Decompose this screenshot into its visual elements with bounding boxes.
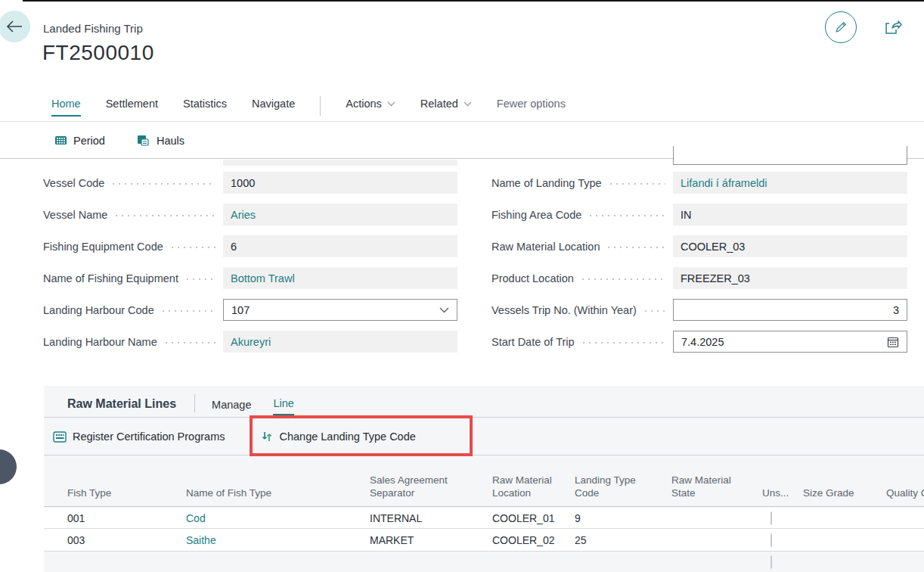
fishing-equipment-name-link[interactable]: Bottom Trawl (223, 267, 457, 289)
unsorted-checkbox[interactable] (771, 511, 772, 525)
arrow-left-icon (6, 20, 23, 33)
change-landing-type-code-button[interactable]: Change Landing Type Code (261, 431, 415, 443)
cell-fish-type[interactable]: 001 (67, 512, 186, 524)
product-location-value: FREEZER_03 (673, 267, 907, 289)
cell-sales-agreement[interactable]: INTERNAL (370, 512, 492, 524)
share-button[interactable] (882, 17, 903, 38)
table-row[interactable]: 001 Cod INTERNAL COOLER_01 9 (44, 508, 924, 529)
tab-navigate[interactable]: Navigate (252, 98, 295, 115)
ribbon: Period Hauls (54, 134, 184, 147)
tab-settlement[interactable]: Settlement (106, 98, 158, 115)
fewer-options-button[interactable]: Fewer options (497, 98, 566, 110)
cutoff-field-left (223, 160, 457, 166)
field-vessels-trip-no: Vessels Trip No. (Within Year) 3 (491, 299, 907, 321)
cell-landing-type-code[interactable]: 9 (575, 512, 671, 524)
dotted-leader (163, 331, 215, 353)
related-menu[interactable]: Related (420, 98, 472, 110)
field-label: Fishing Area Code (491, 209, 581, 221)
table-row[interactable]: 003 Saithe MARKET COOLER_02 25 (44, 529, 924, 552)
vessel-name-link[interactable]: Aries (223, 204, 457, 225)
vessel-code-value: 1000 (223, 172, 457, 194)
field-fishing-area-code: Fishing Area Code IN (491, 204, 907, 225)
dotted-leader (184, 267, 215, 289)
landing-type-name-link[interactable]: Lifandi í áframeldi (673, 172, 907, 194)
cell-raw-material-location[interactable]: COOLER_01 (492, 512, 575, 524)
col-quality-grade[interactable]: Quality Grade (886, 487, 924, 506)
related-menu-label: Related (420, 98, 458, 110)
pencil-icon (833, 20, 848, 35)
field-label: Landing Harbour Code (43, 304, 154, 316)
table-row-empty[interactable] (44, 552, 924, 572)
field-name-of-fishing-equipment: Name of Fishing Equipment Bottom Trawl (43, 267, 457, 289)
tab-line[interactable]: Line (273, 397, 293, 415)
tab-manage[interactable]: Manage (212, 399, 251, 415)
edit-button[interactable] (825, 11, 857, 43)
field-label: Vessel Name (43, 209, 107, 221)
raw-material-lines-section: Raw Material Lines Manage Line Register … (44, 386, 924, 572)
line-actions-bar: Register Certification Programs Change L… (53, 418, 416, 455)
table-header-row: Fish Type Name of Fish Type Sales Agreem… (44, 462, 924, 507)
field-raw-material-location: Raw Material Location COOLER_03 (491, 235, 907, 257)
cell-fish-name-link[interactable]: Saithe (186, 534, 370, 546)
tab-statistics[interactable]: Statistics (183, 98, 227, 115)
col-landing-type-code[interactable]: Landing Type Code (575, 474, 644, 506)
share-icon (882, 17, 902, 37)
menu-divider (320, 96, 321, 116)
col-name-of-fish-type[interactable]: Name of Fish Type (186, 487, 370, 506)
start-date-input[interactable]: 7.4.2025 (673, 331, 907, 353)
cell-raw-material-location[interactable]: COOLER_02 (492, 534, 575, 546)
chevron-down-icon[interactable] (439, 307, 449, 313)
field-name-of-landing-type: Name of Landing Type Lifandi í áframeldi (491, 172, 907, 194)
raw-material-location-value: COOLER_03 (673, 235, 907, 257)
field-landing-harbour-code: Landing Harbour Code 107 (43, 299, 457, 321)
cell-sales-agreement[interactable]: MARKET (370, 534, 492, 546)
landing-harbour-code-input[interactable]: 107 (223, 299, 457, 321)
section-title[interactable]: Raw Material Lines (67, 397, 176, 415)
field-vessel-code: Vessel Code 1000 (43, 172, 457, 194)
cell-fish-type[interactable]: 003 (67, 534, 186, 546)
fishing-equipment-code-value: 6 (223, 235, 457, 257)
back-button[interactable] (0, 11, 30, 42)
start-date-value: 7.4.2025 (681, 336, 724, 348)
landing-harbour-name-link[interactable]: Akureyri (223, 331, 457, 353)
certification-icon (53, 431, 67, 443)
cutoff-field-right[interactable] (673, 146, 907, 165)
period-button[interactable]: Period (54, 134, 105, 147)
dotted-leader (169, 235, 215, 257)
field-label: Vessel Code (43, 177, 104, 189)
unsorted-checkbox[interactable] (771, 533, 772, 547)
col-raw-material-location[interactable]: Raw Material Location (492, 474, 562, 506)
actions-menu-label: Actions (346, 98, 382, 110)
field-label: Vessels Trip No. (Within Year) (491, 304, 637, 316)
field-label: Landing Harbour Name (43, 336, 157, 348)
swap-arrows-icon (261, 431, 273, 443)
unsorted-checkbox[interactable] (771, 555, 772, 569)
period-button-label: Period (73, 135, 105, 147)
tab-home[interactable]: Home (51, 98, 81, 117)
hauls-button[interactable]: Hauls (137, 134, 184, 147)
period-grid-icon (54, 134, 67, 147)
hauls-button-label: Hauls (157, 135, 184, 147)
menu-bar: Home Settlement Statistics Navigate Acti… (51, 98, 566, 117)
menu-underline (0, 121, 924, 122)
cell-fish-name-link[interactable]: Cod (186, 512, 370, 524)
actions-menu[interactable]: Actions (346, 98, 395, 110)
col-sales-agreement-separator[interactable]: Sales Agreement Separator (370, 474, 459, 506)
col-fish-type[interactable]: Fish Type (67, 487, 186, 506)
vessels-trip-no-input[interactable]: 3 (673, 299, 907, 321)
form-right-column: Name of Landing Type Lifandi í áframeldi… (491, 172, 907, 362)
cell-landing-type-code[interactable]: 25 (575, 534, 671, 546)
hauls-icon (137, 134, 150, 147)
col-raw-material-state[interactable]: Raw Material State (671, 474, 741, 506)
field-start-date-of-trip: Start Date of Trip 7.4.2025 (491, 331, 907, 353)
calendar-icon[interactable] (887, 336, 899, 348)
edge-tab-button[interactable] (0, 449, 17, 484)
field-label: Name of Landing Type (491, 177, 602, 189)
landing-harbour-code-value: 107 (231, 304, 250, 316)
col-size-grade[interactable]: Size Grade (803, 487, 886, 506)
field-product-location: Product Location FREEZER_03 (491, 267, 907, 289)
dotted-leader (580, 267, 665, 289)
col-unsorted[interactable]: Uns... (762, 487, 803, 506)
dotted-leader (606, 235, 665, 257)
register-certification-programs-button[interactable]: Register Certification Programs (53, 431, 225, 443)
